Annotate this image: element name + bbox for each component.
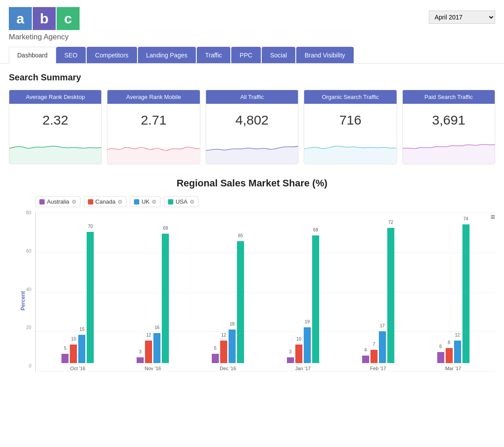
bar-2-3: 65 — [237, 241, 244, 363]
legend-item-uk[interactable]: UK⚙ — [130, 196, 160, 207]
card-header-3: Organic Search Traffic — [304, 90, 396, 104]
bar-label-4-1: 7 — [373, 342, 375, 347]
card-header-1: Average Rank Mobile — [107, 90, 199, 104]
legend-dot-uk — [134, 199, 139, 205]
month-label-4: Feb '17 — [370, 366, 386, 371]
month-label-2: Dec '16 — [220, 366, 236, 371]
legend-label-uk: UK — [141, 198, 149, 205]
bar-label-3-0: 3 — [289, 349, 292, 354]
bar-chart-container: Percent ≡ 806040200 5101570Oct '16312166… — [9, 212, 495, 389]
bar-chart: ≡ 806040200 5101570Oct '163121669Nov '16… — [35, 212, 495, 371]
nav-tab-traffic[interactable]: Traffic — [197, 47, 230, 63]
summary-card-0: Average Rank Desktop2.32 — [9, 90, 102, 164]
y-label-40: 40 — [14, 287, 31, 292]
y-label-0: 0 — [14, 363, 31, 368]
y-label-60: 60 — [14, 248, 31, 254]
bar-label-5-0: 6 — [439, 344, 442, 349]
bars-row-1: 3121669 — [137, 234, 169, 363]
month-group-2: 5121865Dec '16 — [191, 212, 266, 371]
bar-label-2-2: 18 — [230, 322, 235, 326]
nav-tab-social[interactable]: Social — [262, 47, 295, 63]
logo-blocks: a b c — [9, 7, 80, 30]
bar-2-0: 5 — [212, 354, 219, 363]
bar-label-2-1: 12 — [221, 333, 226, 337]
logo-area: a b c Marketing Agency — [9, 7, 80, 42]
bar-label-1-2: 16 — [155, 325, 160, 330]
bar-label-0-0: 5 — [64, 346, 67, 351]
month-group-4: 471772Feb '17 — [340, 212, 416, 371]
nav-tab-ppc[interactable]: PPC — [231, 47, 261, 63]
card-header-0: Average Rank Desktop — [9, 90, 101, 104]
bar-label-4-2: 17 — [380, 323, 385, 328]
nav-tabs: DashboardSEOCompetitorsLanding PagesTraf… — [0, 47, 504, 64]
bar-5-1: 8 — [446, 348, 453, 363]
month-label-5: Mar '17 — [445, 366, 461, 371]
bar-0-2: 15 — [78, 335, 85, 363]
date-select-container[interactable]: January 2017February 2017March 2017April… — [429, 11, 495, 24]
bar-label-3-2: 19 — [305, 319, 309, 324]
date-select[interactable]: January 2017February 2017March 2017April… — [429, 11, 495, 24]
logo-c: c — [57, 7, 80, 30]
bar-1-3: 69 — [162, 234, 169, 363]
bar-2-2: 18 — [229, 330, 236, 364]
legend-gear-icon-usa[interactable]: ⚙ — [190, 199, 195, 205]
bars-row-4: 471772 — [362, 228, 394, 363]
summary-card-1: Average Rank Mobile2.71 — [107, 90, 200, 164]
bar-label-0-3: 70 — [88, 224, 93, 229]
legend-gear-icon-uk[interactable]: ⚙ — [152, 199, 157, 205]
legend-gear-icon-canada[interactable]: ⚙ — [118, 199, 122, 205]
bar-label-3-1: 10 — [296, 337, 301, 341]
bars-row-2: 5121865 — [212, 241, 244, 363]
logo-a: a — [9, 7, 32, 30]
search-summary-section: Search Summary Average Rank Desktop2.32A… — [0, 64, 504, 173]
bar-2-1: 12 — [220, 341, 227, 363]
month-label-3: Jan '17 — [295, 366, 311, 371]
month-group-3: 3101968Jan '17 — [265, 212, 340, 371]
bars-row-5: 681274 — [437, 224, 470, 364]
bar-4-1: 7 — [370, 350, 378, 363]
bar-0-0: 5 — [61, 354, 69, 363]
bar-3-1: 10 — [295, 345, 302, 364]
summary-card-4: Paid Search Traffic3,691 — [402, 90, 495, 164]
card-value-2: 4,802 — [206, 104, 298, 133]
bar-4-3: 72 — [387, 228, 394, 363]
chart-title: Regional Sales Market Share (%) — [9, 178, 495, 189]
bar-1-2: 16 — [153, 333, 160, 363]
y-label-20: 20 — [14, 325, 31, 330]
legend-label-canada: Canada — [95, 198, 116, 205]
nav-tab-brand-visibility[interactable]: Brand Visibility — [296, 47, 354, 63]
bar-label-2-3: 65 — [238, 233, 243, 238]
legend-dot-usa — [168, 199, 173, 205]
bar-label-2-0: 5 — [214, 346, 217, 351]
bar-5-0: 6 — [437, 352, 444, 364]
nav-tab-dashboard[interactable]: Dashboard — [9, 47, 56, 64]
card-value-4: 3,691 — [403, 104, 495, 133]
bars-row-0: 5101570 — [61, 232, 94, 364]
legend-item-usa[interactable]: USA⚙ — [164, 196, 199, 207]
legend-item-australia[interactable]: Australia⚙ — [35, 196, 80, 207]
bar-5-2: 12 — [454, 341, 461, 363]
bar-5-3: 74 — [462, 224, 470, 364]
bar-0-3: 70 — [87, 232, 94, 364]
card-value-1: 2.71 — [107, 104, 199, 133]
card-chart-1 — [107, 133, 199, 164]
bar-label-0-1: 10 — [71, 337, 76, 341]
nav-tab-landing-pages[interactable]: Landing Pages — [138, 47, 196, 63]
month-group-0: 5101570Oct '16 — [40, 212, 115, 371]
bar-label-1-0: 3 — [139, 349, 141, 354]
summary-card-3: Organic Search Traffic716 — [304, 90, 397, 164]
bar-0-1: 10 — [70, 345, 77, 364]
nav-tab-seo[interactable]: SEO — [56, 47, 86, 63]
nav-tab-competitors[interactable]: Competitors — [87, 47, 137, 63]
card-chart-4 — [403, 133, 495, 164]
legend-label-australia: Australia — [47, 198, 69, 205]
bar-3-2: 19 — [304, 327, 311, 363]
bar-4-0: 4 — [362, 356, 369, 363]
month-group-5: 681274Mar '17 — [416, 212, 491, 371]
legend-item-canada[interactable]: Canada⚙ — [84, 196, 127, 207]
summary-cards: Average Rank Desktop2.32Average Rank Mob… — [9, 90, 495, 164]
legend-dot-australia — [39, 199, 45, 205]
legend-gear-icon-australia[interactable]: ⚙ — [72, 199, 76, 205]
logo-b: b — [33, 7, 56, 30]
card-header-4: Paid Search Traffic — [403, 90, 495, 104]
